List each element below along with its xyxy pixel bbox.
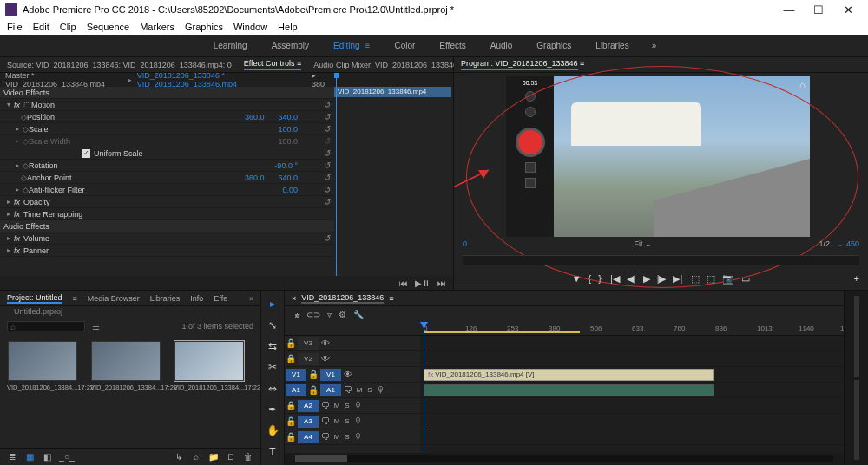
wrench-icon[interactable]: 🔧 bbox=[353, 310, 364, 319]
video-clip[interactable]: fxVID_20181206_133846.mp4 [V] bbox=[424, 369, 714, 381]
go-to-out-icon[interactable]: ▶| bbox=[673, 273, 682, 285]
linked-selection-icon[interactable]: ⊂⊃ bbox=[306, 310, 320, 319]
menu-edit[interactable]: Edit bbox=[33, 22, 49, 32]
program-title[interactable]: Program: VID_20181206_133846 bbox=[461, 59, 578, 70]
prop-rotation[interactable]: Rotation bbox=[29, 161, 58, 170]
timeline-scrollbar[interactable] bbox=[295, 455, 833, 462]
reset-volume[interactable]: ↺ bbox=[324, 233, 331, 243]
bin-item[interactable]: VID_20181206_13384...17;22 bbox=[174, 341, 245, 391]
menu-window[interactable]: Window bbox=[233, 22, 267, 32]
program-timecode[interactable]: 0 bbox=[463, 239, 467, 248]
program-scrubber[interactable] bbox=[463, 255, 859, 265]
audio-clip[interactable] bbox=[424, 384, 714, 396]
step-back-icon[interactable]: ◀| bbox=[627, 273, 636, 285]
tab-overflow[interactable]: » bbox=[249, 294, 253, 303]
reset-position[interactable]: ↺ bbox=[324, 112, 331, 121]
workspace-menu-icon[interactable]: ≡ bbox=[365, 41, 371, 50]
icon-view-icon[interactable]: ▦ bbox=[24, 452, 35, 462]
workspace-overflow[interactable]: » bbox=[641, 41, 667, 50]
razor-tool[interactable]: ✂ bbox=[266, 361, 279, 373]
track-header-a2[interactable]: 🔒A2🗨MS🎙 bbox=[285, 398, 420, 414]
new-bin-icon[interactable]: 📁 bbox=[208, 452, 219, 462]
tab-project[interactable]: Project: Untitled bbox=[7, 293, 62, 304]
workspace-color[interactable]: Color bbox=[382, 37, 427, 54]
bin-item[interactable]: VID_20181206_13384...17;22 bbox=[90, 341, 161, 391]
source-a1[interactable]: A1 bbox=[286, 384, 306, 396]
list-view-icon[interactable]: ≣ bbox=[7, 452, 17, 462]
go-to-prev-icon[interactable]: ⏮ bbox=[399, 278, 408, 288]
menu-clip[interactable]: Clip bbox=[60, 22, 76, 32]
time-ruler[interactable]: 0126253380506633760886101311401267 bbox=[420, 322, 844, 336]
export-frame-icon[interactable]: 📷 bbox=[722, 273, 734, 285]
effect-track-clip[interactable]: VID_20181206_133846.mp4 bbox=[334, 87, 451, 97]
prop-scale[interactable]: Scale bbox=[29, 125, 49, 134]
prop-anchor[interactable]: Anchor Point bbox=[27, 174, 72, 182]
reset-scale[interactable]: ↺ bbox=[324, 124, 331, 134]
ripple-tool[interactable]: ⇆ bbox=[266, 340, 279, 352]
track-header-v1[interactable]: V1🔒V1👁 bbox=[285, 367, 420, 383]
prop-flicker[interactable]: Anti-flicker Filter bbox=[29, 186, 85, 194]
motion-toggle[interactable]: ⬚ bbox=[23, 101, 31, 109]
program-video[interactable]: 00:53 ⌂ bbox=[506, 76, 810, 237]
tab-media-browser[interactable]: Media Browser bbox=[88, 294, 140, 303]
minimize-button[interactable]: — bbox=[774, 0, 804, 19]
mark-in-icon[interactable]: { bbox=[589, 273, 592, 285]
hand-tool[interactable]: ✋ bbox=[266, 424, 279, 436]
slip-tool[interactable]: ⇔ bbox=[266, 383, 279, 395]
track-header-v2[interactable]: 🔒V2👁 bbox=[285, 351, 420, 367]
reset-rotation[interactable]: ↺ bbox=[324, 160, 331, 170]
automate-icon[interactable]: ↳ bbox=[174, 452, 184, 462]
marker-icon[interactable]: ▿ bbox=[327, 310, 332, 319]
effect-opacity[interactable]: Opacity bbox=[23, 198, 50, 206]
track-header-a1[interactable]: A1🔒A1🗨MS🎙 bbox=[285, 383, 420, 398]
timeline-tracks[interactable]: 0126253380506633760886101311401267 fxVID… bbox=[420, 322, 844, 453]
sequence-tab[interactable]: VID_20181206_133846 bbox=[301, 293, 384, 304]
tab-info[interactable]: Info bbox=[190, 294, 203, 303]
lift-icon[interactable]: ⬚ bbox=[691, 273, 700, 285]
prop-position[interactable]: Position bbox=[27, 113, 55, 121]
freeform-view-icon[interactable]: ◧ bbox=[42, 452, 52, 462]
go-to-in-icon[interactable]: |◀ bbox=[610, 273, 620, 285]
uniform-scale-checkbox[interactable]: ✓ bbox=[82, 149, 90, 158]
reset-opacity[interactable]: ↺ bbox=[324, 197, 331, 206]
bin-item[interactable]: VID_20181206_13384...17;22 bbox=[7, 341, 78, 391]
flicker-val[interactable]: 0.00 bbox=[282, 186, 298, 194]
anchor-x[interactable]: 360.0 bbox=[245, 174, 265, 182]
reset-anchor[interactable]: ↺ bbox=[324, 173, 331, 182]
play-toggle-icon[interactable]: ▶⏸ bbox=[415, 278, 431, 288]
filter-bin-icon[interactable]: ☰ bbox=[92, 322, 100, 331]
tab-audio-mixer[interactable]: Audio Clip Mixer: VID_20181206_133846 bbox=[313, 61, 457, 69]
workspace-effects[interactable]: Effects bbox=[427, 37, 477, 54]
menu-help[interactable]: Help bbox=[278, 22, 298, 32]
reset-flicker[interactable]: ↺ bbox=[324, 185, 331, 194]
position-x[interactable]: 360.0 bbox=[245, 113, 265, 121]
effect-panner[interactable]: Panner bbox=[23, 246, 49, 255]
tab-libraries[interactable]: Libraries bbox=[150, 294, 181, 303]
effect-volume[interactable]: Volume bbox=[23, 234, 49, 243]
zoom-dropdown[interactable]: 1/2 bbox=[819, 239, 830, 248]
workspace-editing[interactable]: Editing≡ bbox=[321, 37, 382, 54]
track-header-v3[interactable]: 🔒V3👁 bbox=[285, 336, 420, 351]
button-editor[interactable]: + bbox=[854, 273, 859, 284]
selection-tool[interactable]: ▸ bbox=[266, 298, 279, 310]
pen-tool[interactable]: ✒ bbox=[266, 403, 279, 416]
workspace-libraries[interactable]: Libraries bbox=[583, 37, 641, 54]
reset-motion[interactable]: ↺ bbox=[324, 100, 331, 109]
close-button[interactable]: ✕ bbox=[833, 0, 863, 19]
position-y[interactable]: 640.0 bbox=[278, 113, 298, 121]
scale-val[interactable]: 100.0 bbox=[278, 125, 298, 134]
effect-remap[interactable]: Time Remapping bbox=[23, 210, 82, 219]
menu-graphics[interactable]: Graphics bbox=[185, 22, 223, 32]
audio-meter[interactable] bbox=[844, 291, 868, 465]
source-v1[interactable]: V1 bbox=[286, 369, 306, 381]
anchor-y[interactable]: 640.0 bbox=[278, 174, 298, 182]
effect-motion[interactable]: Motion bbox=[31, 101, 55, 109]
workspace-graphics[interactable]: Graphics bbox=[524, 37, 583, 54]
menu-file[interactable]: File bbox=[7, 22, 23, 32]
track-header-a3[interactable]: 🔒A3🗨MS🎙 bbox=[285, 414, 420, 429]
search-input[interactable]: ⌕ bbox=[7, 321, 85, 331]
go-to-next-icon[interactable]: ⏭ bbox=[437, 278, 446, 288]
mark-out-icon[interactable]: } bbox=[598, 273, 602, 285]
track-header-a4[interactable]: 🔒A4🗨MS🎙 bbox=[285, 429, 420, 445]
tab-effects[interactable]: Effe bbox=[214, 294, 227, 303]
